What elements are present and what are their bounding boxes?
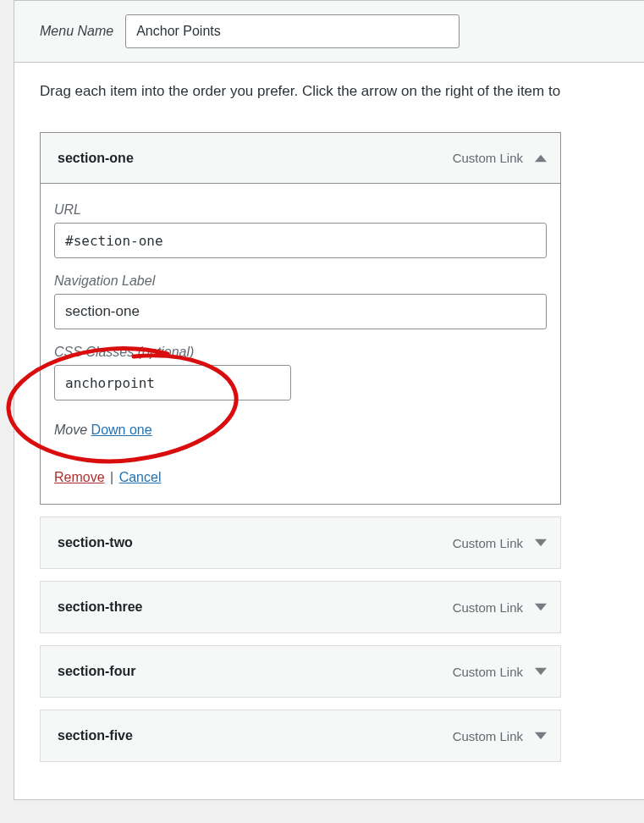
collapse-arrow-icon[interactable] [535, 152, 547, 164]
action-row: Remove | Cancel [54, 470, 547, 485]
menu-item-type: Custom Link [453, 600, 523, 615]
menu-item-collapsed: section-three Custom Link [40, 581, 561, 633]
expand-arrow-icon[interactable] [535, 601, 547, 613]
move-down-link[interactable]: Down one [91, 423, 152, 437]
menu-item-handle[interactable]: section-five Custom Link [41, 710, 560, 761]
move-row: Move Down one [54, 423, 547, 438]
menu-header: Menu Name [14, 1, 644, 63]
expand-arrow-icon[interactable] [535, 666, 547, 677]
menu-item-collapsed: section-five Custom Link [40, 710, 561, 762]
menu-item-type: Custom Link [453, 665, 523, 679]
menu-item-handle[interactable]: section-three Custom Link [41, 582, 560, 632]
menu-item-type: Custom Link [453, 151, 523, 165]
menu-item-collapsed: section-four Custom Link [40, 645, 561, 698]
menu-items-list: section-one Custom Link URL [40, 132, 561, 762]
expand-arrow-icon[interactable] [535, 730, 547, 742]
nav-label-field-label: Navigation Label [54, 273, 547, 289]
move-label: Move [54, 423, 87, 437]
css-classes-input[interactable] [54, 365, 291, 400]
url-input[interactable] [54, 223, 547, 258]
menu-item-title: section-one [58, 151, 134, 166]
menu-item-handle[interactable]: section-two Custom Link [41, 517, 560, 568]
menu-item-handle[interactable]: section-one Custom Link [41, 133, 560, 184]
menu-item-expanded: section-one Custom Link URL [40, 132, 561, 505]
nav-label-input[interactable] [54, 294, 547, 329]
url-field-label: URL [54, 202, 547, 218]
expand-arrow-icon[interactable] [535, 537, 547, 549]
menu-item-type: Custom Link [453, 536, 523, 550]
menu-item-collapsed: section-two Custom Link [40, 516, 561, 569]
menu-item-type: Custom Link [453, 729, 523, 743]
menu-name-input[interactable] [125, 14, 460, 48]
remove-link[interactable]: Remove [54, 470, 105, 484]
menu-item-title: section-five [58, 728, 133, 743]
menu-item-handle[interactable]: section-four Custom Link [41, 646, 560, 697]
action-separator: | [108, 470, 119, 484]
menu-item-settings: URL Navigation Label CSS Classes (option… [41, 184, 560, 504]
cancel-link[interactable]: Cancel [119, 470, 162, 484]
menu-name-label: Menu Name [40, 24, 113, 39]
css-classes-field-label: CSS Classes (optional) [54, 345, 547, 360]
instructions-text: Drag each item into the order you prefer… [40, 83, 631, 100]
menu-item-title: section-four [58, 664, 135, 679]
menu-item-title: section-two [58, 535, 133, 550]
menu-item-title: section-three [58, 599, 142, 615]
